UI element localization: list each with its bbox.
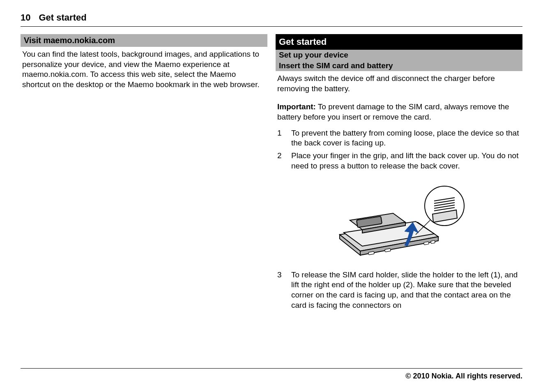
step-item: Place your finger in the grip, and lift … [277, 151, 521, 171]
left-paragraph: You can find the latest tools, backgroun… [21, 47, 267, 96]
page-number: 10 [21, 12, 30, 23]
right-column: Get started Set up your device Insert th… [276, 34, 522, 313]
step-text: To prevent the battery from coming loose… [291, 128, 521, 148]
left-column: Visit maemo.nokia.com You can find the l… [21, 34, 267, 313]
page-footer: © 2010 Nokia. All rights reserved. [21, 368, 522, 380]
page-header: 10 Get started [21, 12, 522, 27]
important-note: Important: To prevent damage to the SIM … [276, 99, 522, 128]
copyright-text: © 2010 Nokia. All rights reserved. [405, 372, 522, 380]
left-section-heading: Visit maemo.nokia.com [21, 34, 267, 47]
step-text: Place your finger in the grip, and lift … [291, 151, 521, 171]
section-title: Set up your device [276, 50, 522, 60]
device-cover-illustration [331, 181, 467, 259]
step-text: To release the SIM card holder, slide th… [291, 270, 521, 311]
svg-rect-11 [430, 240, 435, 244]
figure-container [276, 174, 522, 270]
content-columns: Visit maemo.nokia.com You can find the l… [21, 34, 522, 313]
steps-list-continued: To release the SIM card holder, slide th… [276, 270, 522, 311]
chapter-title: Get started [276, 34, 522, 50]
intro-paragraph: Always switch the device off and disconn… [276, 71, 522, 99]
step-item: To release the SIM card holder, slide th… [277, 270, 521, 311]
svg-rect-10 [423, 242, 429, 245]
important-label: Important: [277, 102, 316, 111]
page-header-title: Get started [39, 12, 86, 23]
step-item: To prevent the battery from coming loose… [277, 128, 521, 148]
steps-list: To prevent the battery from coming loose… [276, 128, 522, 171]
subsection-title: Insert the SIM card and battery [276, 60, 522, 71]
